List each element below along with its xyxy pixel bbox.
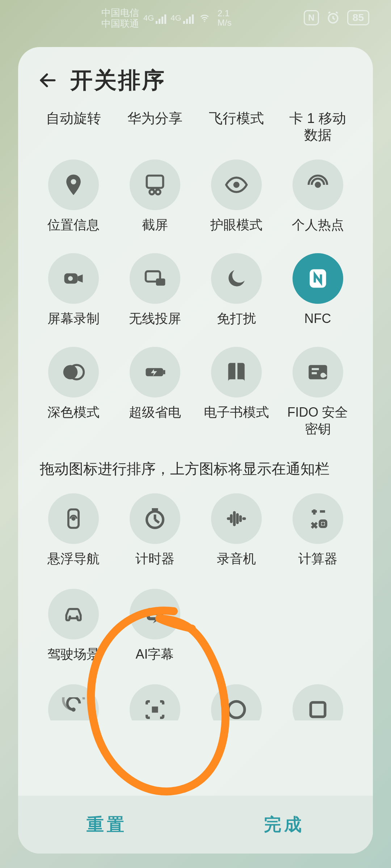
- net-speed-unit: M/s: [218, 18, 232, 27]
- nfc-icon[interactable]: [293, 253, 343, 304]
- net-tag-1: 4G: [143, 12, 154, 24]
- calculator-icon[interactable]: [293, 493, 343, 544]
- top-label[interactable]: 卡 1 移动数据: [281, 110, 355, 143]
- partial-radar[interactable]: [36, 684, 110, 720]
- circle-outline-icon[interactable]: [211, 684, 262, 720]
- svg-point-0: [204, 21, 205, 22]
- hotspot-icon[interactable]: [293, 159, 343, 210]
- toggle-location-pin[interactable]: 位置信息: [36, 159, 110, 233]
- toggle-label: 悬浮导航: [47, 550, 100, 567]
- toggle-label: 超级省电: [129, 404, 181, 421]
- toggle-label: 屏幕录制: [47, 310, 100, 327]
- reset-button[interactable]: 重置: [18, 796, 196, 854]
- location-pin-icon[interactable]: [48, 159, 99, 210]
- toggle-label: 计时器: [135, 550, 175, 567]
- toggle-grid-3: 深色模式 超级省电 电子书模式 FIDO 安全密钥: [36, 347, 355, 437]
- radar-icon[interactable]: [48, 684, 99, 720]
- bottom-grid-1: 悬浮导航 计时器 录音机 计算器: [36, 493, 355, 567]
- settings-panel: 开关排序 自动旋转华为分享飞行模式卡 1 移动数据 位置信息 截屏 护眼模式 个…: [18, 47, 373, 854]
- toggle-label: 计算器: [298, 550, 337, 567]
- page-title: 开关排序: [70, 65, 166, 95]
- done-button[interactable]: 完成: [196, 796, 373, 854]
- eye-icon[interactable]: [211, 159, 262, 210]
- toggle-calculator[interactable]: 计算器: [281, 493, 355, 567]
- toggle-car[interactable]: 驾驶场景: [36, 589, 110, 663]
- toggle-float-nav[interactable]: 悬浮导航: [36, 493, 110, 567]
- partial-circle-outline[interactable]: [199, 684, 273, 720]
- toggle-label: 位置信息: [47, 217, 100, 233]
- panel-header: 开关排序: [36, 65, 355, 95]
- footer-bar: 重置 完成: [18, 796, 373, 854]
- net-speed-value: 2.1: [218, 9, 232, 18]
- toggle-caption[interactable]: AI字幕: [118, 589, 192, 663]
- nfc-status-icon: N: [304, 10, 319, 25]
- battery-bolt-icon[interactable]: [130, 347, 180, 397]
- toggle-label: FIDO 安全密钥: [283, 404, 352, 437]
- top-label[interactable]: 自动旋转: [36, 110, 110, 143]
- toggle-label: 驾驶场景: [47, 646, 100, 663]
- toggle-label: AI字幕: [135, 646, 174, 663]
- toggle-label: 个人热点: [292, 217, 344, 233]
- toggle-eye[interactable]: 护眼模式: [199, 159, 273, 233]
- toggle-hotspot[interactable]: 个人热点: [281, 159, 355, 233]
- toggle-timer[interactable]: 计时器: [118, 493, 192, 567]
- drag-hint: 拖动图标进行排序，上方图标将显示在通知栏: [40, 459, 351, 479]
- top-label[interactable]: 飞行模式: [199, 110, 273, 143]
- toggle-label: 录音机: [217, 550, 256, 567]
- video-camera-icon[interactable]: [48, 253, 99, 304]
- signal-bars-1-icon: [156, 14, 166, 24]
- caption-icon[interactable]: [130, 589, 180, 639]
- toggle-sound-wave[interactable]: 录音机: [199, 493, 273, 567]
- top-label-row: 自动旋转华为分享飞行模式卡 1 移动数据: [36, 110, 355, 143]
- float-nav-icon[interactable]: [48, 493, 99, 544]
- toggle-label: NFC: [304, 310, 331, 327]
- battery-indicator: 85: [347, 10, 369, 25]
- top-label[interactable]: 华为分享: [118, 110, 192, 143]
- toggle-label: 无线投屏: [129, 310, 181, 327]
- scissors-icon[interactable]: [130, 159, 180, 210]
- carrier-1: 中国电信: [101, 7, 139, 18]
- partial-square-outline[interactable]: [281, 684, 355, 720]
- carrier-2: 中国联通: [101, 18, 139, 29]
- toggle-label: 免打扰: [217, 310, 256, 327]
- toggle-moon[interactable]: 免打扰: [199, 253, 273, 327]
- sound-wave-icon[interactable]: [211, 493, 262, 544]
- toggle-key-badge[interactable]: FIDO 安全密钥: [281, 347, 355, 437]
- wifi-icon: [198, 13, 211, 23]
- toggle-video-camera[interactable]: 屏幕录制: [36, 253, 110, 327]
- partial-scan[interactable]: [118, 684, 192, 720]
- book-icon[interactable]: [211, 347, 262, 397]
- partial-row: [36, 684, 355, 720]
- toggle-grid-2: 屏幕录制 无线投屏 免打扰 NFC: [36, 253, 355, 327]
- toggle-label: 护眼模式: [210, 217, 262, 233]
- cast-icon[interactable]: [130, 253, 180, 304]
- toggle-grid-1: 位置信息 截屏 护眼模式 个人热点: [36, 159, 355, 233]
- toggle-contrast[interactable]: 深色模式: [36, 347, 110, 437]
- toggle-label: 深色模式: [47, 404, 100, 421]
- net-tag-2: 4G: [171, 12, 181, 24]
- toggle-book[interactable]: 电子书模式: [199, 347, 273, 437]
- square-outline-icon[interactable]: [293, 684, 343, 720]
- contrast-icon[interactable]: [48, 347, 99, 397]
- toggle-battery-bolt[interactable]: 超级省电: [118, 347, 192, 437]
- toggle-nfc[interactable]: NFC: [281, 253, 355, 327]
- bottom-grid-2: 驾驶场景 AI字幕: [36, 589, 355, 663]
- signal-bars-2-icon: [183, 14, 194, 24]
- alarm-icon: [326, 11, 340, 25]
- status-right: N 85: [304, 10, 369, 25]
- moon-icon[interactable]: [211, 253, 262, 304]
- key-badge-icon[interactable]: [293, 347, 343, 397]
- toggle-label: 电子书模式: [204, 404, 269, 421]
- back-button[interactable]: [36, 69, 59, 92]
- toggle-label: 截屏: [142, 217, 168, 233]
- toggle-cast[interactable]: 无线投屏: [118, 253, 192, 327]
- status-left: 中国电信 中国联通 4G 4G 2.1 M/s: [101, 7, 231, 29]
- status-bar: 中国电信 中国联通 4G 4G 2.1 M/s N 85: [0, 0, 391, 40]
- car-icon[interactable]: [48, 589, 99, 639]
- scan-icon[interactable]: [130, 684, 180, 720]
- timer-icon[interactable]: [130, 493, 180, 544]
- toggle-scissors[interactable]: 截屏: [118, 159, 192, 233]
